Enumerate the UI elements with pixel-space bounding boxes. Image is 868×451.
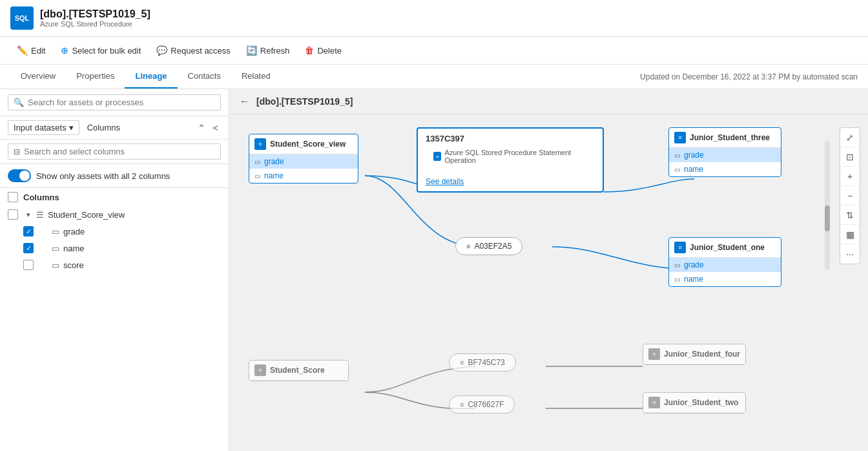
refresh-icon: 🔄 (246, 45, 257, 56)
tab-contacts[interactable]: Contacts (178, 65, 231, 89)
zoom-out-btn[interactable]: − (840, 186, 860, 205)
dataset-dropdown[interactable]: Input datasets ▾ (8, 120, 79, 135)
toggle-row: Show only assets with all 2 columns (0, 164, 229, 188)
parent-checkbox[interactable] (8, 209, 18, 220)
tree-child-score[interactable]: ▭ score (16, 257, 229, 273)
field-grade-j1: ▭grade (669, 258, 781, 272)
node-student-score-view[interactable]: ≡ Student_Score_view ▭grade ▭name (249, 134, 358, 184)
node-icon-ssv: ≡ (254, 138, 266, 150)
node-icon-j2: ≡ (648, 397, 660, 408)
refresh-button[interactable]: 🔄 Refresh (240, 42, 296, 59)
tree-child-name[interactable]: ▭ name (16, 240, 229, 257)
page-subtitle: Azure SQL Stored Procedure (40, 20, 150, 28)
chevron-down-icon: ▾ (69, 123, 74, 132)
chat-icon: 💬 (156, 45, 167, 56)
app-icon: SQL (10, 6, 34, 30)
node-header-jf: ≡ Junior_Student_four (643, 344, 745, 364)
node-process-1357[interactable]: 1357C397 ≡ Azure SQL Stored Procedure St… (417, 127, 604, 193)
node-oval-c87[interactable]: ≡ C876627F (449, 395, 515, 414)
collapse-icon[interactable]: ⌃ (195, 121, 208, 134)
toolbar: ✏️ Edit ⊕ Select for bulk edit 💬 Request… (0, 37, 868, 65)
fit-canvas-btn[interactable]: ⊡ (840, 147, 860, 167)
see-details-link[interactable]: See details (418, 174, 603, 191)
node-junior-three[interactable]: ≡ Junior_Student_three ▭grade ▭name (668, 127, 781, 177)
zoom-in-btn[interactable]: + (840, 167, 860, 186)
canvas-controls: ⤢ ⊡ + − ⇅ ▦ ··· (840, 127, 860, 264)
tabs-left: Overview Properties Lineage Contacts Rel… (10, 65, 281, 89)
name-label: name (63, 244, 85, 253)
toggle-control[interactable] (8, 169, 31, 182)
layout-btn[interactable]: ⇅ (840, 205, 860, 225)
node-header-j1: ≡ Junior_Student_one (669, 238, 781, 258)
column-search-box: ⊟ (0, 140, 229, 164)
node-oval-a03[interactable]: ≡ A03EF2A5 (455, 237, 522, 255)
updated-text: Updated on December 16, 2022 at 3:37 PM … (640, 72, 858, 81)
node-junior-four[interactable]: ≡ Junior_Student_four (643, 344, 746, 365)
oval-icon-c87: ≡ (460, 401, 464, 408)
sidebar-toolbar-right: ⌃ < (195, 121, 221, 134)
node-header-ss: ≡ Student_Score (249, 361, 348, 381)
tree-children: ▭ grade ▭ name ▭ score (0, 223, 229, 273)
asset-search-input[interactable] (28, 98, 215, 107)
node-label-j1: Junior_Student_one (690, 243, 765, 252)
delete-icon: 🗑 (305, 45, 314, 56)
node-icon-ss: ≡ (254, 364, 266, 376)
expand-icon[interactable]: < (211, 121, 221, 134)
canvas-title: [dbo].[TESTSP1019_5] (256, 96, 353, 107)
columns-checkbox[interactable] (8, 192, 18, 202)
node-junior-two[interactable]: ≡ Junior_Student_two (643, 392, 746, 414)
more-btn[interactable]: ··· (840, 244, 860, 264)
field-grade-ssv: ▭grade (249, 154, 358, 169)
expand-canvas-btn[interactable]: ⤢ (840, 128, 860, 147)
node-header-jt3: ≡ Junior_Student_three (669, 128, 781, 148)
node-student-score[interactable]: ≡ Student_Score (249, 360, 349, 381)
back-button[interactable]: ← (240, 96, 250, 107)
tab-lineage[interactable]: Lineage (125, 65, 177, 89)
tab-overview[interactable]: Overview (10, 65, 66, 89)
edit-button[interactable]: ✏️ Edit (10, 42, 52, 59)
node-label-ss: Student_Score (270, 366, 325, 375)
table-icon: ☰ (36, 210, 44, 220)
oval-icon-bf7: ≡ (460, 359, 464, 366)
node-label-j2: Junior_Student_two (664, 398, 738, 407)
grade-label: grade (63, 227, 85, 236)
main-canvas: ← [dbo].[TESTSP1019_5] (229, 89, 868, 451)
delete-button[interactable]: 🗑 Delete (298, 42, 348, 59)
zoom-scrollbar (825, 141, 830, 270)
tab-related[interactable]: Related (231, 65, 281, 89)
table-btn[interactable]: ▦ (840, 225, 860, 244)
node-label-ssv: Student_Score_view (270, 140, 346, 149)
sidebar: 🔍 Input datasets ▾ Columns ⌃ < ⊟ (0, 89, 229, 451)
score-label: score (63, 260, 84, 270)
oval-label-a03: A03EF2A5 (474, 242, 512, 251)
tree-parent-label: Student_Score_view (48, 210, 125, 220)
node-label-jf: Junior_Student_four (664, 350, 740, 359)
tree-parent-row[interactable]: ▾ ☰ Student_Score_view (0, 206, 229, 223)
asset-search-box: 🔍 (0, 89, 229, 116)
process-sub-icon: ≡ (433, 152, 441, 161)
score-checkbox[interactable] (23, 260, 34, 270)
tab-properties[interactable]: Properties (66, 65, 125, 89)
node-oval-bf7[interactable]: ≡ BF745C73 (449, 353, 516, 372)
field-name-jt3: ▭name (669, 162, 781, 176)
grade-checkbox[interactable] (23, 226, 34, 236)
columns-header-row: Columns (0, 188, 229, 206)
tree-child-grade[interactable]: ▭ grade (16, 223, 229, 240)
sidebar-toolbar: Input datasets ▾ Columns ⌃ < (0, 116, 229, 140)
field-name-j1: ▭name (669, 272, 781, 286)
node-junior-one[interactable]: ≡ Junior_Student_one ▭grade ▭name (668, 237, 781, 287)
plus-circle-icon: ⊕ (61, 45, 68, 56)
process-subtitle: ≡ Azure SQL Stored Procedure Statement O… (418, 146, 603, 174)
filter-icon: ⊟ (14, 147, 20, 156)
node-icon-jt3: ≡ (674, 132, 686, 143)
oval-label-c87: C876627F (468, 400, 504, 409)
select-bulk-button[interactable]: ⊕ Select for bulk edit (54, 42, 147, 59)
column-search-input[interactable] (24, 147, 215, 156)
node-icon-j1: ≡ (674, 242, 686, 253)
canvas-header: ← [dbo].[TESTSP1019_5] (229, 89, 868, 114)
tree-expand-icon[interactable]: ▾ (23, 209, 34, 220)
name-checkbox[interactable] (23, 243, 34, 253)
header-title-group: [dbo].[TESTSP1019_5] Azure SQL Stored Pr… (40, 8, 150, 28)
request-access-button[interactable]: 💬 Request access (150, 42, 237, 59)
zoom-thumb (825, 205, 830, 231)
